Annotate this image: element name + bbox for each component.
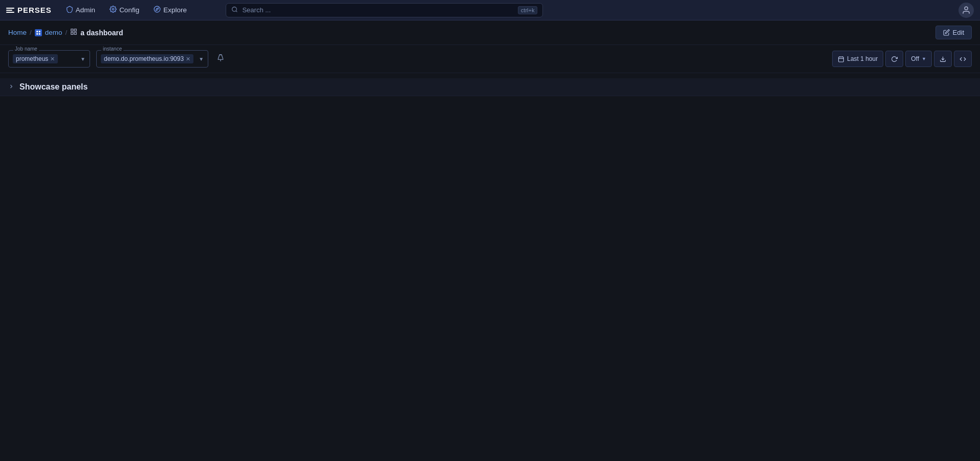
- svg-rect-16: [839, 57, 844, 62]
- refresh-button[interactable]: [885, 51, 903, 67]
- code-icon: [960, 56, 966, 62]
- calendar-icon: [838, 56, 844, 62]
- right-controls: Last 1 hour Off ▼: [832, 51, 972, 67]
- demo-project-icon: [35, 29, 42, 36]
- nav-admin-label: Admin: [76, 6, 95, 14]
- brand-logo[interactable]: PERSES: [6, 6, 52, 14]
- job-name-value: prometheus: [16, 55, 48, 62]
- job-name-remove[interactable]: ✕: [50, 56, 55, 62]
- breadcrumb-sep-2: /: [66, 29, 68, 36]
- breadcrumb-home[interactable]: Home: [8, 29, 27, 36]
- breadcrumb: Home / demo / a dashboard: [8, 28, 123, 37]
- showcase-panels-header[interactable]: Showcase panels: [0, 78, 980, 96]
- job-name-label: Job name: [13, 46, 39, 52]
- svg-point-1: [154, 6, 160, 12]
- job-name-filter: Job name prometheus ✕ ▼: [8, 50, 90, 68]
- json-button[interactable]: [954, 51, 972, 67]
- instance-tag: demo.do.prometheus.io:9093 ✕: [101, 54, 193, 63]
- svg-rect-13: [74, 32, 76, 34]
- instance-select[interactable]: demo.do.prometheus.io:9093 ✕ ▼: [96, 50, 208, 68]
- search-bar[interactable]: Search ... ctrl+k: [226, 3, 543, 17]
- gear-icon: [110, 6, 117, 14]
- menu-icon: [6, 8, 14, 13]
- download-button[interactable]: [934, 51, 952, 67]
- instance-value: demo.do.prometheus.io:9093: [104, 55, 184, 62]
- top-navigation: PERSES Admin Config Explore: [0, 0, 980, 20]
- svg-rect-12: [71, 32, 73, 34]
- nav-explore-label: Explore: [163, 6, 187, 14]
- nav-item-config[interactable]: Config: [104, 4, 144, 16]
- time-range-label: Last 1 hour: [847, 55, 878, 62]
- svg-rect-6: [36, 31, 38, 32]
- pin-icon[interactable]: [216, 54, 225, 64]
- compass-icon: [154, 6, 161, 14]
- nav-config-label: Config: [119, 6, 139, 14]
- auto-refresh-chevron-icon: ▼: [922, 56, 926, 61]
- auto-refresh-button[interactable]: Off ▼: [905, 51, 932, 67]
- breadcrumb-bar: Home / demo / a dashboard Edit: [0, 20, 980, 45]
- panels-section: Showcase panels: [0, 73, 980, 101]
- svg-rect-7: [39, 31, 40, 32]
- svg-line-4: [236, 11, 237, 12]
- search-placeholder: Search ...: [242, 6, 513, 14]
- svg-rect-11: [74, 29, 76, 31]
- edit-icon: [943, 29, 950, 36]
- section-chevron-icon: [8, 83, 14, 91]
- shield-icon: [66, 6, 73, 14]
- svg-point-5: [965, 7, 968, 10]
- dashboard-icon: [70, 28, 77, 37]
- svg-rect-8: [36, 33, 38, 34]
- search-shortcut: ctrl+k: [518, 6, 538, 14]
- instance-chevron-icon: ▼: [199, 56, 204, 62]
- filter-row: Job name prometheus ✕ ▼ instance demo.do…: [0, 45, 980, 73]
- instance-label: instance: [101, 46, 123, 52]
- svg-point-0: [112, 8, 114, 10]
- job-name-select[interactable]: prometheus ✕ ▼: [8, 50, 90, 68]
- nav-item-admin[interactable]: Admin: [61, 4, 100, 16]
- svg-rect-10: [71, 29, 73, 31]
- download-icon: [940, 56, 946, 62]
- refresh-icon: [891, 56, 898, 62]
- svg-marker-2: [156, 8, 159, 11]
- edit-button[interactable]: Edit: [935, 26, 972, 39]
- instance-filter: instance demo.do.prometheus.io:9093 ✕ ▼: [96, 50, 208, 68]
- breadcrumb-current: a dashboard: [80, 29, 123, 37]
- auto-refresh-label: Off: [911, 55, 919, 62]
- time-range-button[interactable]: Last 1 hour: [832, 51, 883, 67]
- brand-label: PERSES: [17, 6, 52, 14]
- user-avatar[interactable]: [959, 3, 974, 18]
- nav-item-explore[interactable]: Explore: [148, 4, 192, 16]
- section-title: Showcase panels: [19, 82, 88, 92]
- job-name-tag: prometheus ✕: [13, 54, 58, 63]
- search-container: Search ... ctrl+k: [196, 3, 573, 17]
- breadcrumb-sep-1: /: [30, 29, 32, 36]
- job-name-chevron-icon: ▼: [80, 56, 85, 62]
- breadcrumb-demo[interactable]: demo: [45, 29, 62, 36]
- edit-button-label: Edit: [953, 29, 964, 36]
- svg-rect-9: [39, 33, 40, 34]
- svg-point-3: [232, 7, 237, 11]
- search-icon: [231, 6, 238, 14]
- instance-remove[interactable]: ✕: [186, 56, 190, 62]
